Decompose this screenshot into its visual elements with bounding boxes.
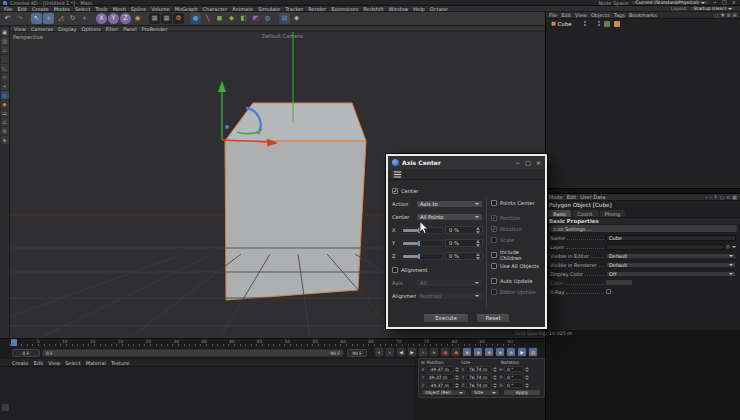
viewport-menu-item[interactable]: Panel	[123, 26, 137, 32]
toolbar-button[interactable]: ╲	[202, 13, 213, 24]
palette-button[interactable]: ∴	[1, 55, 9, 63]
axis-slider[interactable]	[401, 240, 443, 247]
toolbar-button[interactable]: ↶	[2, 13, 13, 24]
am-icon[interactable]: ○	[720, 194, 724, 200]
menu-item[interactable]: Extensions	[331, 6, 358, 12]
menu-item[interactable]: Octane	[430, 6, 448, 12]
toolbar-button[interactable]: ◍	[262, 13, 273, 24]
spinner[interactable]	[455, 383, 459, 388]
coord-mode-select[interactable]: Object (Rel)	[421, 389, 467, 396]
dialog-checkbox-row[interactable]: Auto Update	[491, 276, 541, 286]
am-icon[interactable]: ›	[709, 194, 711, 200]
menu-item[interactable]: Spline	[131, 6, 146, 12]
menu-item[interactable]: Tracker	[285, 6, 303, 12]
end-frame-field[interactable]: 90 F	[347, 349, 367, 357]
xray-checkbox[interactable]	[606, 289, 611, 294]
icon-settings-group[interactable]: Icon Settings ...	[549, 225, 737, 232]
rotation-input[interactable]: 0 °	[504, 374, 524, 380]
spinner[interactable]	[493, 375, 497, 380]
am-icon[interactable]: ‹	[705, 194, 707, 200]
dialog-maximize-button[interactable]: □	[525, 159, 531, 166]
dialog-checkbox-row[interactable]: ✓ Rotation	[491, 224, 541, 234]
node-space-select[interactable]: Current (Standard/Physical)	[631, 0, 708, 5]
visible-editor-select[interactable]: Default	[606, 253, 736, 259]
toolbar-button[interactable]: ◆	[226, 13, 237, 24]
spinner[interactable]	[525, 375, 529, 380]
maximize-button[interactable]: □	[721, 0, 728, 5]
menu-item[interactable]: Mesh	[113, 6, 126, 12]
menu-item[interactable]: File	[4, 6, 12, 12]
palette-button[interactable]: ∠	[1, 118, 9, 126]
toolbar-button[interactable]: ▤	[279, 13, 290, 24]
om-icon[interactable]: ⊞	[733, 12, 737, 18]
dialog-checkbox-row[interactable]: Include Children	[491, 250, 541, 260]
transport-button[interactable]: ‹	[385, 347, 395, 357]
axis-value-field[interactable]: 0 %	[445, 252, 483, 260]
toolbar-button[interactable]: ↖	[31, 13, 42, 24]
toolbar-button[interactable]: ◉	[132, 13, 143, 24]
spinner[interactable]	[525, 383, 529, 388]
toolbar-button[interactable]: ◿	[55, 13, 66, 24]
material-menu-item[interactable]: View	[48, 360, 60, 366]
dialog-close-button[interactable]: ×	[536, 159, 541, 166]
am-menu-item[interactable]: User Data	[580, 194, 605, 200]
toolbar-button[interactable]: Y	[108, 13, 119, 24]
menu-item[interactable]: Window	[389, 6, 409, 12]
transport-button[interactable]: ▶	[407, 347, 417, 357]
dialog-checkbox-row[interactable]: ✓ Position	[491, 213, 541, 223]
toolbar-button[interactable]: ↷	[14, 13, 25, 24]
material-menu-item[interactable]: Texture	[111, 360, 129, 366]
position-input[interactable]: -39.37 m	[426, 366, 454, 372]
viewport-menu-item[interactable]: Cameras	[31, 26, 53, 32]
recent-commands-icon[interactable]	[2, 404, 9, 411]
toolbar-button[interactable]: X	[96, 13, 107, 24]
om-icon[interactable]: ≣	[727, 12, 731, 18]
palette-button[interactable]: ⚙	[1, 127, 9, 135]
menu-item[interactable]: Character	[203, 6, 228, 12]
name-input[interactable]: Cube	[606, 235, 736, 241]
om-icon[interactable]: ○	[714, 12, 718, 18]
phong-tag-icon[interactable]	[614, 21, 620, 27]
hamburger-menu-icon[interactable]	[392, 170, 402, 178]
spinner[interactable]	[455, 375, 459, 380]
material-menu-item[interactable]: Select	[65, 360, 80, 366]
close-button[interactable]: ×	[731, 0, 737, 5]
palette-button[interactable]: ▱	[1, 46, 9, 54]
visible-renderer-select[interactable]: Default	[606, 262, 736, 268]
dialog-checkbox-row[interactable]: Use All Objects	[491, 261, 541, 271]
chevron-down-icon[interactable]	[732, 246, 736, 248]
menu-item[interactable]: Redshift	[363, 6, 383, 12]
menu-item[interactable]: Help	[413, 6, 424, 12]
om-menu-item[interactable]: Tags	[614, 12, 625, 18]
palette-button[interactable]: ◈	[1, 136, 9, 144]
execute-button[interactable]: Execute	[423, 313, 469, 323]
apply-button[interactable]: Apply	[503, 389, 541, 396]
size-input[interactable]: 76.74 m	[466, 382, 492, 388]
toolbar-button[interactable]: ↻	[67, 13, 78, 24]
transport-button[interactable]: ◆	[462, 347, 472, 357]
spinner[interactable]	[525, 367, 529, 372]
menu-item[interactable]: Create	[32, 6, 49, 12]
toolbar-button[interactable]: ▦	[149, 13, 160, 24]
toolbar-button[interactable]: Z	[120, 13, 131, 24]
attribute-tab[interactable]: Coord.	[572, 210, 598, 217]
material-menu-item[interactable]: Create	[12, 360, 29, 366]
palette-button[interactable]: ▨	[1, 37, 9, 45]
attribute-tab[interactable]: Basic	[548, 210, 571, 217]
om-menu-item[interactable]: View	[575, 12, 587, 18]
palette-button[interactable]: ◆	[1, 100, 9, 108]
material-menu-item[interactable]: Edit	[34, 360, 44, 366]
object-name[interactable]: Cube	[558, 21, 572, 27]
menu-item[interactable]: Edit	[17, 6, 27, 12]
center-checkbox[interactable]: ✓	[392, 188, 398, 194]
toolbar-button[interactable]: ◧	[238, 13, 249, 24]
palette-button[interactable]: ◎	[1, 91, 9, 99]
size-mode-select[interactable]: Size	[470, 389, 500, 396]
size-input[interactable]: 76.74 m	[466, 374, 492, 380]
reset-button[interactable]: Reset	[476, 313, 510, 323]
am-icon[interactable]: ↑	[713, 194, 717, 200]
menu-item[interactable]: Animate	[232, 6, 253, 12]
material-menu-item[interactable]: Material	[86, 360, 106, 366]
am-icon[interactable]: ▦	[732, 194, 737, 200]
menu-item[interactable]: Modes	[54, 6, 70, 12]
